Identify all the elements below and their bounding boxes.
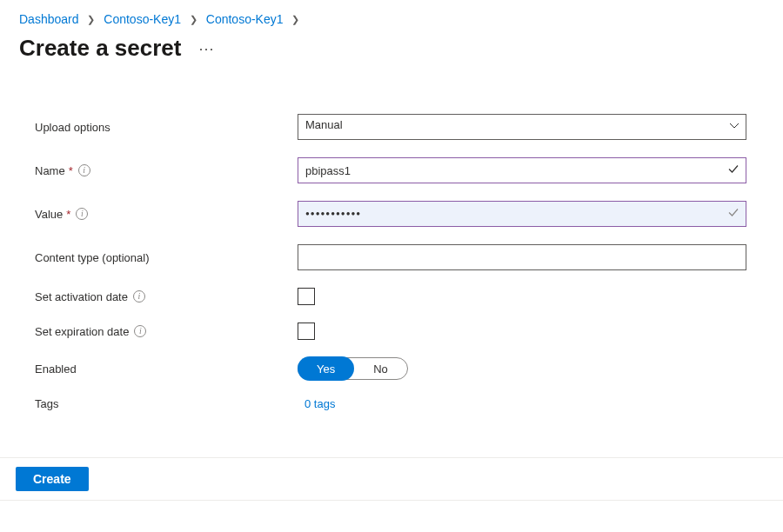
breadcrumb-item-contoso1[interactable]: Contoso-Key1 bbox=[104, 12, 181, 26]
page-header: Create a secret ⋯ bbox=[0, 30, 783, 84]
name-label: Name * i bbox=[35, 164, 298, 177]
expiration-label: Set expiration date i bbox=[35, 325, 298, 338]
required-indicator: * bbox=[69, 164, 73, 177]
activation-row: Set activation date i bbox=[35, 288, 748, 305]
tags-link[interactable]: 0 tags bbox=[298, 397, 335, 410]
enabled-label: Enabled bbox=[35, 362, 298, 376]
content-type-label: Content type (optional) bbox=[35, 251, 298, 264]
info-icon[interactable]: i bbox=[78, 164, 90, 176]
info-icon[interactable]: i bbox=[134, 325, 146, 337]
upload-options-select[interactable]: Manual bbox=[298, 114, 746, 140]
activation-checkbox[interactable] bbox=[298, 288, 315, 305]
enabled-toggle: Yes No bbox=[298, 357, 408, 380]
expiration-checkbox[interactable] bbox=[298, 323, 315, 340]
check-icon bbox=[727, 207, 740, 222]
page-title: Create a secret bbox=[19, 35, 181, 62]
info-icon[interactable]: i bbox=[133, 290, 145, 303]
activation-label: Set activation date i bbox=[35, 290, 298, 303]
required-indicator: * bbox=[66, 208, 70, 221]
tags-row: Tags 0 tags bbox=[35, 397, 748, 410]
enabled-yes-button[interactable]: Yes bbox=[298, 356, 354, 381]
footer: Create bbox=[0, 457, 783, 501]
value-row: Value * i ●●●●●●●●●●● bbox=[35, 201, 748, 227]
more-actions-icon[interactable]: ⋯ bbox=[198, 39, 216, 58]
breadcrumb: Dashboard ❯ Contoso-Key1 ❯ Contoso-Key1 … bbox=[0, 0, 783, 30]
chevron-right-icon: ❯ bbox=[87, 14, 95, 25]
content-type-input[interactable] bbox=[298, 244, 746, 270]
breadcrumb-item-dashboard[interactable]: Dashboard bbox=[19, 12, 79, 26]
chevron-right-icon: ❯ bbox=[291, 14, 299, 25]
info-icon[interactable]: i bbox=[76, 208, 88, 220]
content-type-row: Content type (optional) bbox=[35, 244, 748, 270]
breadcrumb-item-contoso2[interactable]: Contoso-Key1 bbox=[206, 12, 284, 26]
tags-label: Tags bbox=[35, 397, 298, 410]
name-row: Name * i bbox=[35, 157, 748, 183]
value-masked: ●●●●●●●●●●● bbox=[305, 209, 361, 217]
value-input[interactable]: ●●●●●●●●●●● bbox=[298, 201, 746, 227]
create-button[interactable]: Create bbox=[16, 467, 89, 491]
upload-options-label: Upload options bbox=[35, 121, 298, 134]
chevron-right-icon: ❯ bbox=[190, 14, 197, 25]
expiration-row: Set expiration date i bbox=[35, 323, 748, 340]
form: Upload options Manual Name * i Value * i bbox=[0, 84, 783, 445]
enabled-no-button[interactable]: No bbox=[354, 357, 407, 380]
upload-options-row: Upload options Manual bbox=[35, 114, 748, 140]
enabled-row: Enabled Yes No bbox=[35, 357, 748, 380]
check-icon bbox=[727, 163, 740, 178]
value-label: Value * i bbox=[35, 208, 298, 221]
upload-options-value: Manual bbox=[305, 118, 343, 131]
name-input[interactable] bbox=[298, 157, 746, 183]
